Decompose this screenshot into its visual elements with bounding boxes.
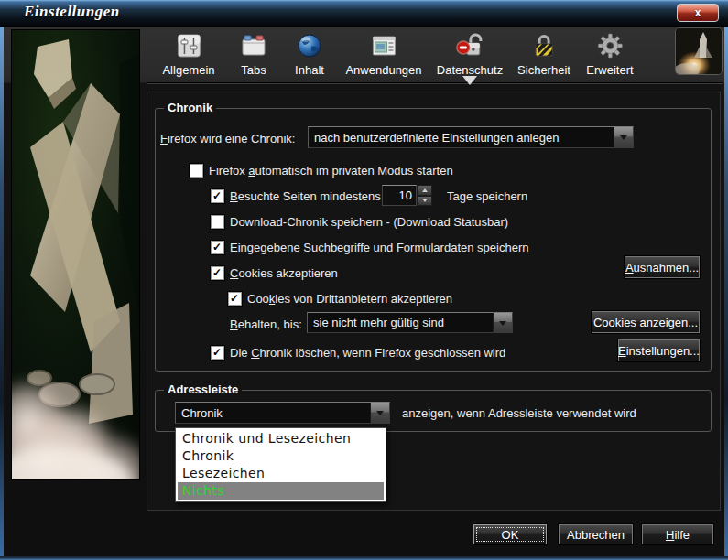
history-mode-label: Firefox wird eine Chronik: bbox=[160, 132, 295, 145]
shuttle-thumbnail-image bbox=[675, 27, 723, 75]
days-spinner: 10 bbox=[382, 185, 432, 206]
tab-label: Allgemein bbox=[162, 63, 214, 77]
tab-anwendungen[interactable]: Anwendungen bbox=[345, 31, 421, 77]
sidebar-decoration-image bbox=[12, 30, 139, 479]
selected-tab-pointer-icon bbox=[462, 76, 477, 92]
preferences-pane: Chronik Firefox wird eine Chronik: nach … bbox=[147, 92, 721, 511]
addressbar-group-legend: Adressleiste bbox=[164, 382, 242, 396]
checkbox-clear-on-close[interactable]: ✓ bbox=[211, 346, 224, 360]
window-frame-right bbox=[724, 26, 728, 560]
privacy-open-lock-icon bbox=[455, 31, 484, 60]
toolbar-separator bbox=[147, 82, 723, 84]
up-arrow-icon bbox=[422, 186, 428, 192]
security-lock-icon bbox=[529, 31, 559, 60]
cancel-button[interactable]: Abbrechen bbox=[559, 524, 633, 544]
addressbar-suffix-label: anzeigen, wenn Adressleiste verwendet wi… bbox=[402, 406, 636, 420]
clear-settings-button[interactable]: Einstellungen... bbox=[618, 339, 700, 361]
tab-sicherheit[interactable]: Sicherheit bbox=[517, 31, 570, 77]
checkbox-download-history[interactable]: ✓ bbox=[211, 215, 224, 229]
titlebar[interactable]: Einstellungen x bbox=[0, 0, 728, 27]
checkbox-label: Besuchte Seiten mindestens bbox=[230, 189, 381, 203]
cookie-keep-value: sie nicht mehr gültig sind bbox=[308, 313, 493, 332]
checkbox-label: Die Chronik löschen, wenn Firefox geschl… bbox=[230, 346, 505, 360]
tab-datenschutz[interactable]: Datenschutz bbox=[437, 31, 503, 77]
tab-label: Sicherheit bbox=[517, 63, 570, 77]
shuttle-artwork bbox=[12, 30, 139, 479]
history-group: Chronik Firefox wird eine Chronik: nach … bbox=[155, 108, 712, 372]
close-button[interactable]: x bbox=[677, 4, 719, 22]
window-body: Allgemein Tabs bbox=[4, 26, 724, 556]
checkbox-label: Download-Chronik speichern - (Download S… bbox=[230, 215, 508, 229]
tab-tabs[interactable]: Tabs bbox=[239, 31, 268, 77]
preferences-sliders-icon bbox=[174, 31, 203, 60]
addressbar-suggestion-value: Chronik bbox=[176, 403, 370, 423]
checkbox-private-mode[interactable]: ✓ bbox=[190, 164, 203, 178]
gear-icon bbox=[595, 31, 625, 60]
window-title: Einstellungen bbox=[24, 3, 120, 21]
checkbox-visited-pages[interactable]: ✓ bbox=[211, 189, 224, 203]
checkbox-label: Firefox automatisch im privaten Modus st… bbox=[209, 164, 453, 178]
tab-label: Tabs bbox=[241, 63, 266, 77]
ok-button[interactable]: OK bbox=[473, 524, 547, 544]
checkbox-label: Cookies von Drittanbietern akzeptieren bbox=[247, 292, 452, 306]
popup-option[interactable]: Lesezeichen bbox=[178, 465, 384, 482]
days-suffix-label: Tage speichern bbox=[447, 189, 527, 203]
history-mode-select[interactable]: nach benutzerdefinierte Einstellungen an… bbox=[308, 126, 634, 148]
tab-label: Erweitert bbox=[586, 63, 633, 77]
checkbox-label: Cookies akzeptieren bbox=[230, 266, 338, 280]
popup-option[interactable]: Nichts bbox=[178, 482, 384, 500]
history-mode-value: nach benutzerdefinierte Einstellungen an… bbox=[309, 127, 614, 147]
checkbox-third-party-cookies[interactable]: ✓ bbox=[228, 292, 242, 306]
close-icon: x bbox=[695, 7, 701, 18]
checkbox-label: Eingegebene Suchbegriffe und Formulardat… bbox=[230, 241, 528, 254]
show-cookies-button[interactable]: Cookies anzeigen... bbox=[592, 311, 700, 333]
tab-label: Anwendungen bbox=[345, 63, 421, 77]
tab-allgemein[interactable]: Allgemein bbox=[162, 31, 214, 77]
dropdown-arrow-icon[interactable] bbox=[370, 403, 389, 423]
tab-inhalt[interactable]: Inhalt bbox=[295, 31, 324, 77]
days-input[interactable]: 10 bbox=[382, 185, 417, 206]
dropdown-arrow-icon[interactable] bbox=[493, 313, 512, 332]
globe-icon bbox=[295, 31, 324, 60]
window-frame-bottom bbox=[0, 556, 728, 560]
history-group-legend: Chronik bbox=[164, 101, 216, 114]
help-button[interactable]: Hilfe bbox=[642, 524, 713, 544]
checkbox-accept-cookies[interactable]: ✓ bbox=[211, 266, 224, 280]
popup-option[interactable]: Chronik bbox=[178, 447, 384, 465]
settings-window: Einstellungen x bbox=[0, 0, 728, 560]
spin-up-button[interactable] bbox=[417, 185, 432, 196]
addressbar-suggestion-popup: Chronik und Lesezeichen Chronik Lesezeic… bbox=[175, 427, 386, 502]
tab-label: Datenschutz bbox=[437, 63, 503, 77]
applications-icon bbox=[369, 31, 398, 60]
dropdown-arrow-icon[interactable] bbox=[614, 127, 633, 147]
cookie-keep-label: Behalten, bis: bbox=[230, 318, 302, 331]
exceptions-button[interactable]: Ausnahmen... bbox=[625, 256, 700, 278]
down-arrow-icon bbox=[422, 199, 428, 205]
tab-erweitert[interactable]: Erweitert bbox=[586, 31, 633, 77]
cookie-keep-select[interactable]: sie nicht mehr gültig sind bbox=[307, 312, 513, 333]
tab-label: Inhalt bbox=[295, 63, 324, 77]
spin-down-button[interactable] bbox=[417, 196, 432, 207]
checkbox-form-history[interactable]: ✓ bbox=[211, 241, 224, 254]
addressbar-suggestion-select[interactable]: Chronik bbox=[175, 402, 390, 424]
window-frame-left bbox=[0, 26, 4, 560]
popup-option[interactable]: Chronik und Lesezeichen bbox=[178, 430, 384, 447]
tabs-icon bbox=[239, 31, 268, 60]
